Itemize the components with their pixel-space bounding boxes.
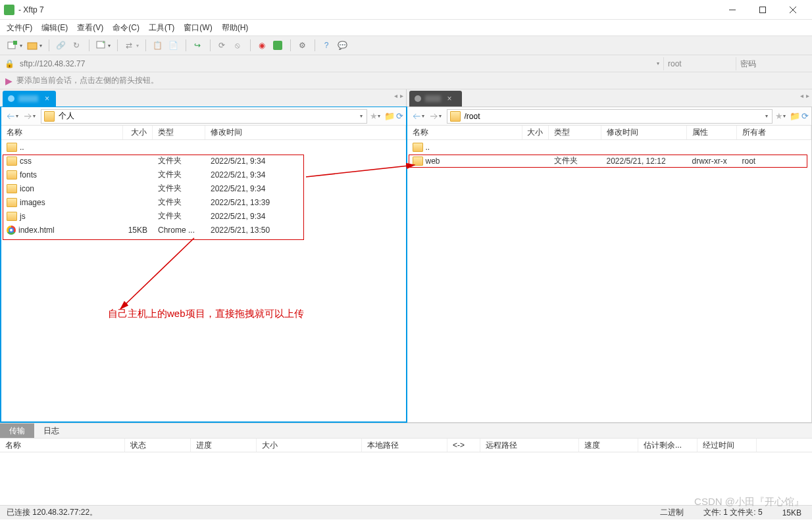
col-size[interactable]: 大小	[123, 126, 153, 139]
status-dot-icon	[8, 95, 14, 102]
app-icon	[4, 5, 14, 15]
bookmark-icon[interactable]: ★	[370, 111, 378, 121]
flag-icon: ▶	[5, 76, 13, 86]
menu-help[interactable]: 帮助(H)	[222, 22, 249, 34]
list-item[interactable]: images文件夹2022/5/21, 13:39	[1, 195, 406, 209]
col-mod[interactable]: 修改时间	[601, 126, 687, 139]
open-folder-icon[interactable]: 📁	[790, 111, 800, 121]
close-tab-icon[interactable]: ×	[447, 94, 452, 103]
transfer-panel: 传输 日志 名称状态进度大小本地路径<->远程路径速度估计剩余...经过时间	[0, 423, 812, 505]
local-path-box[interactable]: ▾	[41, 109, 367, 124]
svg-rect-6	[28, 43, 37, 49]
close-button[interactable]	[778, 0, 808, 20]
path-dropdown-icon[interactable]: ▾	[356, 113, 367, 119]
status-size: 15KB	[782, 508, 801, 517]
status-binary: 二进制	[660, 507, 684, 518]
menu-edit[interactable]: 编辑(E)	[41, 22, 68, 34]
menu-window[interactable]: 窗口(W)	[184, 22, 212, 34]
address-dropdown-icon[interactable]: ▾	[653, 60, 663, 66]
list-item[interactable]: icon文件夹2022/5/21, 9:34	[1, 181, 406, 195]
forward-icon[interactable]: 🡢	[22, 110, 34, 122]
link-icon[interactable]: 🔗	[53, 38, 68, 53]
user-field[interactable]	[663, 57, 736, 70]
col-name[interactable]: 名称	[407, 126, 522, 139]
tab-transfer[interactable]: 传输	[0, 423, 34, 438]
transfer-col[interactable]: 速度	[579, 439, 638, 452]
record-icon[interactable]: ◉	[255, 38, 269, 53]
close-tab-icon[interactable]: ×	[45, 94, 49, 103]
col-attr[interactable]: 属性	[687, 126, 737, 139]
chat-icon[interactable]: 💬	[335, 38, 349, 53]
max-button[interactable]	[748, 0, 778, 20]
col-mod[interactable]: 修改时间	[205, 126, 406, 139]
col-type[interactable]: 类型	[549, 126, 601, 139]
col-own[interactable]: 所有者	[737, 126, 812, 139]
col-size[interactable]: 大小	[522, 126, 549, 139]
refresh-icon[interactable]: ⟳	[396, 111, 403, 121]
path-dropdown-icon[interactable]: ▾	[761, 113, 772, 119]
status-count: 文件: 1 文件夹: 5	[703, 507, 763, 518]
list-item[interactable]: js文件夹2022/5/21, 9:34	[1, 209, 406, 223]
list-item[interactable]: css文件夹2022/5/21, 9:34	[1, 154, 406, 168]
tab-next-icon[interactable]: ▸	[400, 92, 403, 99]
refresh-icon[interactable]: ⟳	[801, 111, 809, 121]
remote-path-box[interactable]: ▾	[447, 109, 773, 124]
local-session-tab[interactable]: ×	[3, 91, 56, 107]
status-bar: 已连接 120.48.32.77:22。 二进制 文件: 1 文件夹: 5 15…	[0, 505, 812, 519]
forward-icon[interactable]: 🡢	[428, 110, 440, 122]
transfer-col[interactable]: 估计剩余...	[638, 439, 698, 452]
back-icon[interactable]: 🡠	[411, 110, 422, 122]
folder-icon	[7, 170, 17, 180]
list-item[interactable]: ..	[407, 140, 812, 154]
menu-tools[interactable]: 工具(T)	[149, 22, 174, 34]
tab-prev-icon[interactable]: ◂	[800, 92, 803, 99]
transfer-col[interactable]: 名称	[0, 439, 125, 452]
tab-prev-icon[interactable]: ◂	[394, 92, 397, 99]
list-item[interactable]: index.html15KBChrome ...2022/5/21, 13:50	[1, 223, 406, 237]
status-conn: 已连接 120.48.32.77:22。	[7, 507, 97, 518]
remote-session-tab[interactable]: ×	[409, 91, 462, 107]
list-item[interactable]: ..	[1, 140, 406, 154]
settings-icon[interactable]: ⚙	[295, 38, 309, 53]
help-icon[interactable]: ?	[319, 38, 334, 53]
paste-icon[interactable]: 📄	[166, 38, 180, 53]
tab-next-icon[interactable]: ▸	[806, 92, 809, 99]
refresh-icon[interactable]: ⟳	[215, 38, 229, 53]
new-session-icon[interactable]	[5, 38, 20, 53]
list-item[interactable]: web文件夹2022/5/21, 12:12drwxr-xr-xroot	[407, 154, 812, 168]
transfer-col[interactable]: 进度	[191, 439, 257, 452]
copy-icon[interactable]: 📋	[150, 38, 165, 53]
back-icon[interactable]: 🡠	[5, 110, 16, 122]
stop-icon[interactable]: ⦸	[230, 38, 245, 53]
sync-icon[interactable]: ⇄	[122, 38, 136, 53]
menu-view[interactable]: 查看(V)	[77, 22, 103, 34]
min-button[interactable]	[717, 0, 748, 20]
tab-log[interactable]: 日志	[34, 423, 68, 438]
open-session-icon[interactable]	[25, 38, 39, 53]
transfer-col[interactable]: 状态	[125, 439, 191, 452]
terminal-icon[interactable]	[270, 38, 285, 53]
remote-path-input[interactable]	[463, 110, 762, 123]
bookmark-icon[interactable]: ★	[775, 111, 783, 121]
transfer-icon[interactable]: ↪	[190, 38, 205, 53]
transfer-col[interactable]: <->	[447, 439, 480, 452]
menu-command[interactable]: 命令(C)	[113, 22, 140, 34]
remote-file-list[interactable]: ..web文件夹2022/5/21, 12:12drwxr-xr-xroot	[407, 140, 812, 422]
reconnect-icon[interactable]: ↻	[69, 38, 84, 53]
address-input[interactable]	[18, 57, 653, 70]
new-window-icon[interactable]: +	[93, 38, 108, 53]
transfer-col[interactable]: 经过时间	[698, 439, 757, 452]
open-folder-icon[interactable]: 📁	[384, 111, 395, 121]
transfer-col[interactable]: 远程路径	[480, 439, 579, 452]
local-path-input[interactable]	[57, 110, 356, 123]
svg-text:+: +	[102, 40, 105, 45]
col-type[interactable]: 类型	[153, 126, 205, 139]
list-item[interactable]: fonts文件夹2022/5/21, 9:34	[1, 168, 406, 181]
local-file-list[interactable]: ..css文件夹2022/5/21, 9:34fonts文件夹2022/5/21…	[1, 140, 406, 421]
col-name[interactable]: 名称	[1, 126, 123, 139]
password-field[interactable]	[736, 57, 808, 70]
transfer-col[interactable]: 大小	[257, 439, 362, 452]
transfer-col[interactable]: 本地路径	[362, 439, 447, 452]
folder-icon	[44, 111, 55, 122]
menu-file[interactable]: 文件(F)	[7, 22, 32, 34]
